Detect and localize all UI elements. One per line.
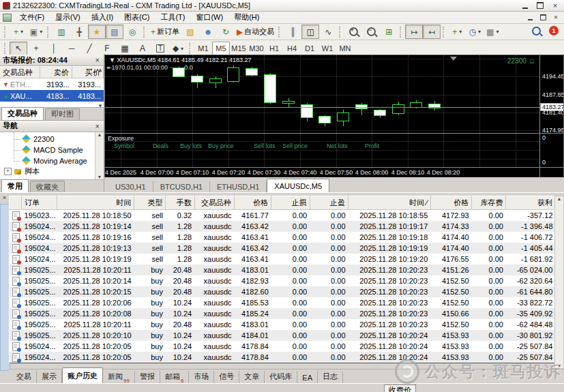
child-restore-button[interactable]	[539, 14, 547, 21]
maximize-button[interactable]	[535, 1, 545, 10]
new-chart-button[interactable]: +▾	[10, 25, 27, 39]
navigator-tab-1[interactable]: 常用	[1, 179, 29, 192]
table-row[interactable]: 195024...2025.11.28 10:20:05buy10.24xauu…	[10, 352, 556, 363]
scroll-down-icon[interactable]: ▼	[98, 103, 103, 109]
column-header-7[interactable]: 止盈	[310, 196, 348, 210]
cursor-tool-button[interactable]: ↖	[10, 42, 27, 56]
bar-chart-button[interactable]: ║	[284, 25, 301, 39]
chart-tab-XAUUSDc,M5[interactable]: XAUUSDc,M5	[267, 179, 329, 192]
market-watch-column-header[interactable]: 交易品种	[0, 66, 40, 78]
terminal-tab-代码库[interactable]: 代码库	[265, 371, 297, 383]
column-header-4[interactable]: 交易品种	[194, 196, 234, 210]
navigator-scrollbar[interactable]: ▲▼	[95, 132, 104, 179]
data-window-button[interactable]: ╋	[70, 25, 88, 39]
navigator-close-icon[interactable]: ×	[94, 122, 101, 130]
terminal-tab-新闻[interactable]: 新闻99	[103, 371, 135, 383]
market-watch-tab-1[interactable]: 交易品种	[1, 107, 44, 120]
zoom-out-button[interactable]: −	[362, 25, 380, 39]
new-order-button[interactable]: +新订单	[149, 25, 181, 39]
column-header-3[interactable]: 手数	[166, 196, 194, 210]
autotrading-button[interactable]: ▶自动交易	[235, 25, 276, 39]
column-header-5[interactable]: 价格	[235, 196, 271, 210]
terminal-tab-警报[interactable]: 警报	[135, 371, 160, 383]
table-row[interactable]: 195024...2025.11.28 10:19:16sell1.28xauu…	[10, 232, 556, 243]
child-close-button[interactable]: ×	[552, 14, 560, 21]
chart-tab-ETHUSD,H1[interactable]: ETHUSD,H1	[210, 181, 267, 192]
timeframe-W1-button[interactable]: W1	[318, 42, 336, 56]
table-row[interactable]: 195025...2025.11.28 10:20:11buy20.48xauu…	[10, 265, 556, 275]
table-row[interactable]: 195025...2025.11.28 10:20:11buy20.48xauu…	[10, 319, 556, 330]
timeframe-M5-button[interactable]: M5	[212, 42, 230, 56]
market-watch-column-header[interactable]: 卖价	[40, 66, 72, 78]
crosshair-tool-button[interactable]: +	[27, 42, 45, 56]
terminal-tab-文章[interactable]: 文章	[239, 371, 265, 383]
market-watch-row[interactable]: ▼ETH...3193...3193...	[0, 78, 104, 90]
menu-窗口[interactable]: 窗口(W)	[190, 12, 228, 23]
label-tool-button[interactable]: T	[151, 42, 169, 56]
chart-shift-button[interactable]: ↤	[423, 25, 441, 39]
column-header-1[interactable]: 时间	[57, 196, 134, 210]
navigator-item[interactable]: MACD Sample	[0, 145, 104, 155]
refresh-button[interactable]: ↻	[217, 25, 235, 39]
indicators-button[interactable]: +▾	[448, 25, 466, 39]
close-button[interactable]: ×	[550, 1, 560, 10]
navigator-button[interactable]: ★	[88, 25, 106, 39]
fibonacci-tool-button[interactable]: F	[98, 42, 116, 56]
templates-button[interactable]: ▦▾	[484, 25, 501, 39]
chart-tab-US30,H1[interactable]: US30,H1	[108, 181, 153, 192]
column-header-10[interactable]: 库存费	[472, 196, 506, 210]
trendline-tool-button[interactable]: ╱	[80, 42, 98, 56]
terminal-scrollbar[interactable]: ▲▼	[554, 196, 564, 369]
channel-tool-button[interactable]: ▦	[116, 42, 134, 56]
candle-chart-button[interactable]: ◫	[301, 25, 319, 39]
table-row[interactable]: 195025...2025.11.28 10:20:08buy10.24xauu…	[10, 308, 556, 319]
column-header-9[interactable]: 价格	[430, 196, 471, 210]
navigator-item-scripts[interactable]: + 脚本	[0, 166, 104, 177]
market-watch-button[interactable]: ▥	[53, 25, 70, 39]
expand-icon[interactable]: +	[4, 168, 12, 175]
menu-显示[interactable]: 显示(V)	[50, 12, 86, 23]
navigator-item[interactable]: 22300	[0, 134, 104, 145]
text-tool-button[interactable]: A	[134, 42, 151, 56]
tile-windows-button[interactable]: ⊞	[380, 25, 398, 39]
timeframe-M15-button[interactable]: M15	[230, 42, 248, 56]
minimize-button[interactable]	[520, 1, 530, 10]
timeframe-M30-button[interactable]: M30	[248, 42, 265, 56]
terminal-button[interactable]: ▤	[106, 25, 123, 39]
terminal-close-icon[interactable]: ×	[1, 194, 8, 202]
strategy-tester-button[interactable]: ◎	[123, 25, 141, 39]
periods-button[interactable]: ◷▾	[466, 25, 484, 39]
table-row[interactable]: 195025...2025.11.28 10:20:06buy10.24xauu…	[10, 297, 556, 308]
column-header-11[interactable]: 获利	[506, 196, 556, 210]
table-row[interactable]: 195024...2025.11.28 10:19:14sell1.28xauu…	[10, 221, 556, 232]
table-row[interactable]: 195025...2025.11.28 10:20:15buy20.48xauu…	[10, 286, 556, 297]
table-row[interactable]: 195025...2025.11.28 10:20:10buy10.24xauu…	[10, 330, 556, 341]
metaeditor-button[interactable]: ▧	[181, 25, 199, 39]
shapes-tool-button[interactable]: ◆▾	[169, 42, 187, 56]
timeframe-M1-button[interactable]: M1	[194, 42, 212, 56]
vertical-line-tool-button[interactable]: │	[45, 42, 63, 56]
column-header-6[interactable]: 止损	[271, 196, 310, 210]
terminal-tab-账户历史[interactable]: 账户历史	[62, 367, 103, 384]
navigator-tab-2[interactable]: 收藏夹	[30, 181, 65, 192]
menu-插入[interactable]: 插入(I)	[86, 12, 119, 23]
terminal-tab-市场[interactable]: 市场	[189, 371, 214, 383]
column-header-2[interactable]: 类型	[134, 196, 166, 210]
auto-scroll-button[interactable]: ↦	[405, 25, 423, 39]
column-header-0[interactable]: 订单	[22, 196, 57, 210]
terminal-tab-日志[interactable]: 日志	[318, 371, 343, 383]
terminal-tab-邮箱[interactable]: 邮箱6	[160, 371, 189, 383]
menu-图表[interactable]: 图表(C)	[119, 12, 155, 23]
navigator-item[interactable]: Moving Average	[0, 155, 104, 166]
timeframe-D1-button[interactable]: D1	[301, 42, 318, 56]
terminal-tab-交易[interactable]: 交易	[12, 371, 37, 383]
menu-工具[interactable]: 工具(T)	[155, 12, 190, 23]
market-watch-close-icon[interactable]: ×	[94, 56, 101, 64]
table-row[interactable]: 195024...2025.11.28 10:20:05buy10.24xauu…	[10, 341, 556, 352]
table-row[interactable]: 195024...2025.11.28 10:19:13sell1.28xauu…	[10, 243, 556, 254]
chart-tab-BTCUSD,H1[interactable]: BTCUSD,H1	[153, 181, 210, 192]
horizontal-line-tool-button[interactable]: ─	[63, 42, 80, 56]
community-button[interactable]: ☻	[199, 25, 217, 39]
table-row[interactable]: 195023...2025.11.28 10:18:50sell0.32xauu…	[10, 210, 556, 222]
table-row[interactable]: 195025...2025.11.28 10:20:14buy20.48xauu…	[10, 275, 556, 286]
